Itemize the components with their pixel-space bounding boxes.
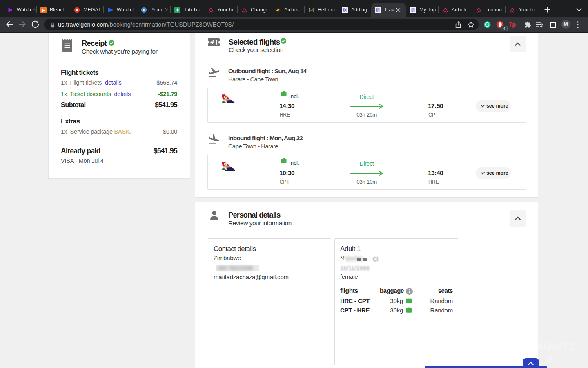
svg-text:F: F: [42, 8, 45, 13]
